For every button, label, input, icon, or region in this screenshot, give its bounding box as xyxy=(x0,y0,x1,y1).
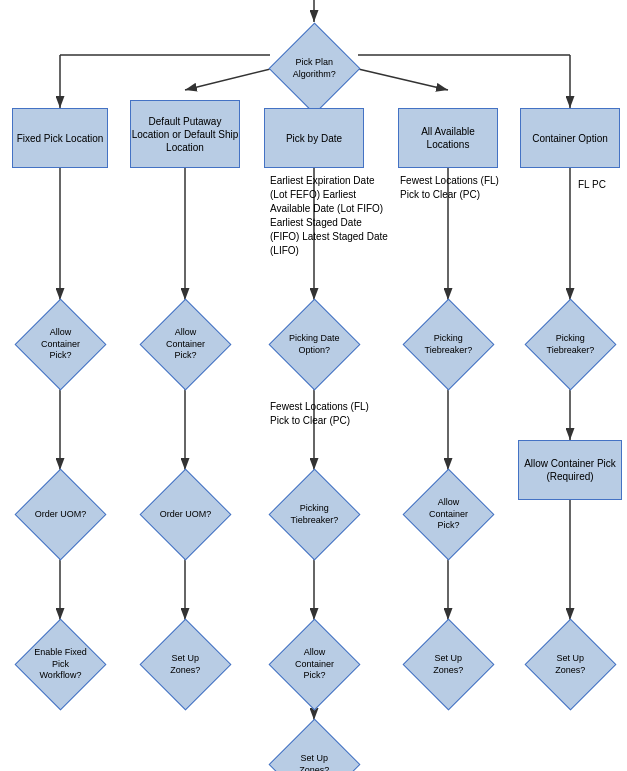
fewest-locations-text: Fewest Locations (FL) Pick to Clear (PC) xyxy=(400,174,510,202)
earliest-text: Earliest Expiration Date (Lot FEFO) Earl… xyxy=(270,174,390,258)
pick-by-date-rect: Pick by Date xyxy=(264,108,364,168)
picking-tiebreaker-2-diamond: Picking Tiebreaker? xyxy=(524,298,616,390)
allow-container-pick-3-diamond: Allow Container Pick? xyxy=(402,468,494,560)
all-available-rect: All Available Locations xyxy=(398,108,498,168)
fl-pc-text: FL PC xyxy=(578,178,623,192)
set-up-zones-1-diamond: Set Up Zones? xyxy=(139,618,231,710)
picking-tiebreaker-1-diamond: Picking Tiebreaker? xyxy=(402,298,494,390)
allow-container-pick-1-diamond: Allow Container Pick? xyxy=(14,298,106,390)
pick-plan-diamond: Pick Plan Algorithm? xyxy=(268,22,360,114)
order-uom-2-diamond: Order UOM? xyxy=(139,468,231,560)
picking-tiebreaker-3-diamond: Picking Tiebreaker? xyxy=(268,468,360,560)
set-up-zones-4-diamond: Set Up Zones? xyxy=(268,718,360,771)
fewest-locations-text2: Fewest Locations (FL) Pick to Clear (PC) xyxy=(270,400,380,428)
set-up-zones-2-diamond: Set Up Zones? xyxy=(402,618,494,710)
set-up-zones-3-diamond: Set Up Zones? xyxy=(524,618,616,710)
allow-container-pick-4-diamond: Allow Container Pick? xyxy=(268,618,360,710)
default-putaway-rect: Default Putaway Location or Default Ship… xyxy=(130,100,240,168)
picking-date-option-diamond: Picking Date Option? xyxy=(268,298,360,390)
flowchart-diagram: Pick Plan Algorithm? Fixed Pick Location… xyxy=(0,0,627,771)
fixed-pick-location-rect: Fixed Pick Location xyxy=(12,108,108,168)
container-option-rect: Container Option xyxy=(520,108,620,168)
enable-fixed-pick-diamond: Enable Fixed Pick Workflow? xyxy=(14,618,106,710)
allow-container-pick-2-diamond: Allow Container Pick? xyxy=(139,298,231,390)
allow-container-pick-required-rect: Allow Container Pick (Required) xyxy=(518,440,622,500)
order-uom-1-diamond: Order UOM? xyxy=(14,468,106,560)
